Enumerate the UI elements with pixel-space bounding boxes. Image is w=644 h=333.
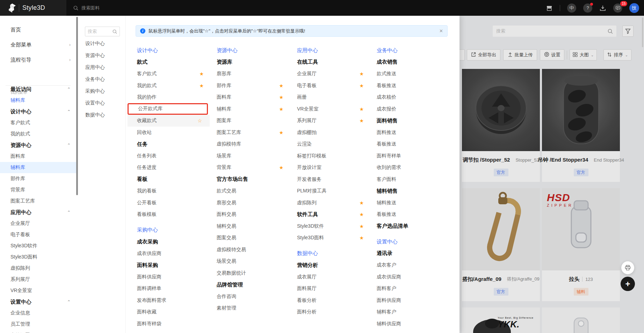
mega-menu-section[interactable]: 软件工具★ <box>288 208 371 220</box>
filter-button[interactable] <box>622 26 634 37</box>
mega-menu-section[interactable]: 成衣采购 <box>128 236 211 248</box>
mega-menu-item[interactable]: 虚拟陈列★ <box>288 197 371 209</box>
favorite-star-icon[interactable]: ★ <box>359 71 364 77</box>
mega-menu-section[interactable]: 看板 <box>128 173 211 185</box>
menu-nav-item[interactable]: 数据中心 <box>85 109 120 121</box>
sidebar-item[interactable]: 企业展厅 <box>0 218 76 229</box>
mega-menu-item[interactable]: 面料寄样袋 <box>128 318 211 330</box>
mega-menu-section[interactable]: 面料销售 <box>367 115 451 127</box>
favorite-star-icon[interactable]: ★ <box>359 83 364 88</box>
mega-menu-item[interactable]: 云渲染 <box>288 138 371 150</box>
mega-menu-section[interactable]: 辅料销售 <box>367 185 451 197</box>
language-icon[interactable]: 中 <box>567 3 576 13</box>
toolbar-button[interactable]: 大图⌄ <box>570 49 597 61</box>
mega-menu-item[interactable]: 背景库★ <box>207 162 291 173</box>
product-image[interactable]: HSDZIPPER <box>542 188 620 270</box>
mega-menu-category[interactable]: 资源中心 <box>207 44 291 56</box>
product-title[interactable]: 搭扣/Agraffe_09 <box>462 276 501 283</box>
product-title[interactable]: 拉头 <box>569 276 579 283</box>
mega-menu-item[interactable]: 我的协作 <box>128 91 211 103</box>
sidebar-link[interactable]: 首页 <box>0 23 76 37</box>
sidebar-link[interactable]: 流程引导› <box>0 53 76 67</box>
mega-menu-item[interactable]: 公开款式库 <box>128 103 208 115</box>
mega-menu-item[interactable]: 面料供应商 <box>128 271 211 283</box>
menu-search-input[interactable]: 搜索 <box>85 27 120 36</box>
product-image[interactable] <box>462 188 540 270</box>
mega-menu-item[interactable]: 面料客户 <box>367 283 451 295</box>
sidebar-group[interactable]: 应用中心⌃ <box>0 207 76 218</box>
mega-menu-item[interactable]: 发布面料需求 <box>128 295 211 306</box>
mega-menu-item[interactable]: 标签打印模板 <box>288 150 371 162</box>
mega-menu-item[interactable]: 面料交易 <box>207 208 291 220</box>
mega-menu-item[interactable]: 系列展厅★ <box>288 115 371 127</box>
product-image[interactable] <box>462 69 540 151</box>
favorite-star-icon[interactable]: ★ <box>279 165 283 170</box>
sidebar-item[interactable]: Style3D面料 <box>0 251 76 263</box>
mega-menu-item[interactable]: 面料展厅 <box>288 283 371 295</box>
sidebar-group[interactable]: 设置中心⌃ <box>0 296 76 307</box>
sidebar-item[interactable]: 企业信息 <box>0 307 76 319</box>
mega-menu-item[interactable]: 看板推送 <box>367 138 451 150</box>
product-title[interactable]: 调节扣 /Stopper_52 <box>463 157 510 163</box>
toolbar-button[interactable]: 设置 <box>540 49 564 61</box>
mega-menu-item[interactable]: Style3D面料★ <box>288 232 371 244</box>
mega-menu-item[interactable]: 面料调样单 <box>128 283 211 295</box>
mega-menu-item[interactable]: 回收站 <box>128 127 211 139</box>
mega-menu-item[interactable]: 面料推送 <box>367 127 451 139</box>
mega-menu-item[interactable]: 辅料交易 <box>207 220 291 232</box>
brand-area[interactable]: Style3D <box>0 0 66 16</box>
mega-menu-section[interactable]: 任务 <box>128 138 211 150</box>
global-search-input[interactable]: 搜索面料 <box>70 0 100 16</box>
mega-menu-item[interactable]: 画册 <box>288 91 371 103</box>
product-image[interactable] <box>542 69 620 151</box>
mega-menu-section[interactable]: 品牌馆管理 <box>207 279 291 291</box>
mega-menu-item[interactable]: 款式交易 <box>207 185 291 197</box>
mega-menu-item[interactable]: 交易数据统计 <box>207 267 291 279</box>
mega-menu-item[interactable]: 虚拟模特交易 <box>207 244 291 256</box>
sidebar-item[interactable]: 面料库 <box>0 151 76 162</box>
sidebar-item[interactable]: 背景库 <box>0 184 76 196</box>
download-icon[interactable] <box>599 5 606 12</box>
sidebar-item[interactable]: VR全景室 <box>0 285 76 296</box>
mega-menu-item[interactable]: 成衣客户 <box>367 259 451 271</box>
favorite-star-icon[interactable]: ★ <box>359 118 364 123</box>
sidebar-group[interactable]: 设计中心⌃ <box>0 106 76 117</box>
mega-menu-item[interactable]: PLM对接工具 <box>288 185 371 197</box>
sidebar-item[interactable]: 辅料库 <box>0 162 76 173</box>
mega-menu-item[interactable]: 款式推送 <box>367 68 451 80</box>
sidebar-item[interactable]: 系列展厅 <box>0 274 76 285</box>
mega-menu-section[interactable]: 客户选品清单 <box>367 220 451 232</box>
mega-menu-section[interactable]: 在线工具 <box>288 56 371 68</box>
mega-menu-item[interactable]: 看板模板 <box>128 208 211 220</box>
mega-menu-item[interactable]: 面料分析 <box>288 306 371 318</box>
mega-menu-item[interactable]: 图案工艺库★ <box>207 127 291 139</box>
mega-menu-item[interactable]: 面料供应商 <box>367 295 451 306</box>
mega-menu-item[interactable]: 任务列表 <box>128 150 211 162</box>
mega-menu-item[interactable]: 图案库 <box>207 115 291 127</box>
menu-nav-item[interactable]: 采购中心 <box>85 85 120 97</box>
mega-menu-item[interactable]: 虚拟模特库 <box>207 138 291 150</box>
favorite-star-icon[interactable]: ★ <box>199 83 204 88</box>
product-card[interactable]: 吊钟 /End Stopper34End Stopper34官方 <box>542 69 620 182</box>
mega-menu-item[interactable]: 面料库★ <box>207 91 291 103</box>
sidebar-scrollbar[interactable] <box>76 17 78 195</box>
product-title[interactable]: 吊钟 /End Stopper34 <box>538 157 588 163</box>
mega-menu-section[interactable]: 面料采购 <box>128 259 211 271</box>
sidebar-item[interactable]: 部件库 <box>0 173 76 184</box>
mega-menu-section[interactable]: 成衣销售 <box>367 56 451 68</box>
product-image[interactable] <box>542 307 620 333</box>
page-scrollbar[interactable] <box>642 17 643 47</box>
mega-menu-category[interactable]: 采购中心 <box>128 224 211 236</box>
avatar[interactable]: 技 <box>629 3 639 13</box>
messages-icon[interactable]: 15 <box>613 3 622 13</box>
sidebar-item[interactable]: 虚拟陈列 <box>0 263 76 274</box>
mega-menu-item[interactable]: 辅料库★ <box>207 103 291 115</box>
mega-menu-item[interactable]: 场景交易 <box>207 255 291 267</box>
mega-menu-item[interactable]: 场景库 <box>207 150 291 162</box>
mega-menu-item[interactable]: Style3D软件★ <box>288 220 371 232</box>
favorite-star-icon[interactable]: ★ <box>359 106 364 112</box>
product-card[interactable] <box>542 307 620 333</box>
sidebar-item[interactable]: 辅料库 <box>0 95 76 106</box>
mega-menu-item[interactable]: 任务进度 <box>128 162 211 173</box>
mega-menu-item[interactable]: 部件库★ <box>207 80 291 92</box>
